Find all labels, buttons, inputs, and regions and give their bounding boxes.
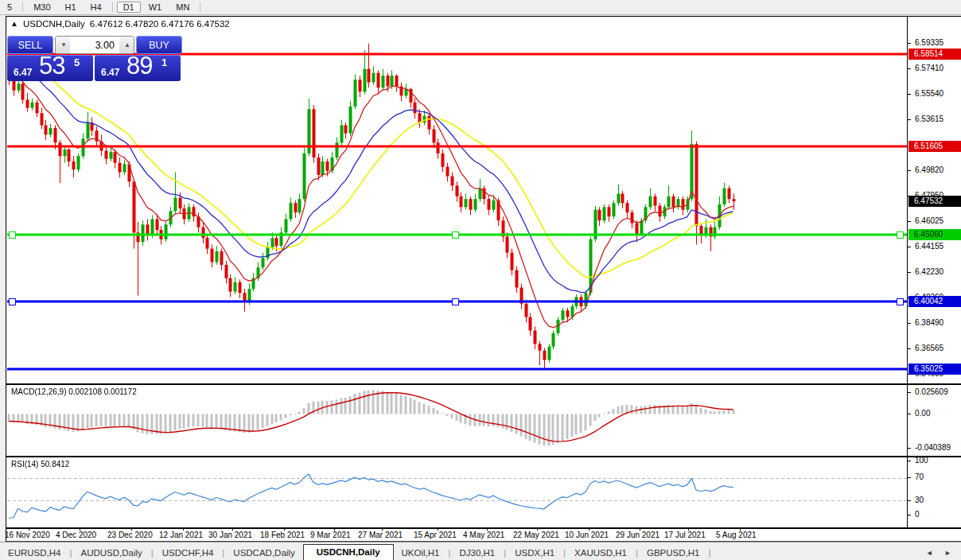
tab-separator: | [707, 548, 711, 560]
buy-price-box[interactable]: 6.47 89 1 [95, 55, 181, 81]
date-label: 29 Jun 2021 [616, 531, 659, 539]
period-button-h1[interactable]: H1 [59, 2, 83, 13]
date-label: 22 May 2021 [513, 531, 559, 539]
sell-price-box[interactable]: 6.47 53 5 [7, 55, 93, 81]
date-label: 18 Feb 2021 [260, 531, 305, 539]
period-button-d1[interactable]: D1 [117, 2, 141, 13]
indicator-tick-mark [908, 448, 911, 449]
rsi-label-row: RSI(14) 50.8412 [11, 460, 69, 469]
date-label: 16 Nov 2020 [5, 531, 50, 539]
price-level-badge: 6.40042 [908, 296, 961, 307]
date-label: 9 Mar 2021 [310, 531, 351, 539]
chart-tab-xauusd[interactable]: XAUUSD,H1 [566, 546, 635, 560]
chart-tab-usdchf[interactable]: USDCHF,H4 [154, 546, 222, 560]
price-axis[interactable]: 6.593356.574106.555406.536156.498206.479… [907, 17, 961, 528]
period-button-mn[interactable]: MN [169, 2, 196, 13]
price-level-badge: 6.35025 [908, 364, 961, 375]
volume-input[interactable] [70, 37, 119, 53]
date-label: 5 Aug 2021 [716, 531, 757, 539]
indicator-tick-mark [908, 515, 911, 515]
rsi-canvas[interactable] [7, 459, 907, 527]
chart-tab-bar: EURUSD,H4|AUDUSD,Daily|USDCHF,H4|USDCAD,… [0, 542, 961, 560]
toolbar-separator [22, 2, 23, 12]
price-tick-label: 6.55540 [915, 89, 943, 98]
indicator-tick-mark [908, 500, 911, 501]
tab-scroll-arrows[interactable]: ◄ ► [926, 549, 956, 557]
chart-tab-eurusd[interactable]: EURUSD,H4 [0, 546, 68, 560]
price-tick-mark [908, 272, 911, 273]
indicator-tick-label: 0 [915, 510, 920, 519]
price-tick-mark [908, 348, 911, 349]
price-level-badge: 6.58514 [908, 49, 961, 60]
price-tick-label: 6.59335 [915, 38, 943, 47]
period-button-m30[interactable]: M30 [27, 2, 56, 13]
period-button-5[interactable]: 5 [1, 2, 18, 13]
chart-tab-dj30[interactable]: DJ30,H1 [452, 546, 504, 560]
price-tick-label: 6.36565 [915, 344, 943, 352]
buy-price-big: 89 [126, 52, 152, 80]
macd-label-row: MACD(12,26,9) 0.002108 0.001172 [11, 387, 137, 396]
date-label: 17 Jul 2021 [664, 531, 706, 539]
price-tick-mark [908, 68, 911, 69]
buy-price-sup: 1 [161, 56, 167, 68]
chart-tab-usdx[interactable]: USDX,H1 [507, 546, 562, 560]
macd-canvas[interactable] [7, 386, 907, 456]
chart-window: ▲ USDCNH,Daily 6.47612 6.47820 6.47176 6… [6, 16, 961, 542]
toolbar-separator [200, 2, 200, 12]
price-tick-mark [908, 247, 911, 247]
indicator-tick-mark [908, 477, 911, 478]
price-level-badge: 6.51605 [908, 141, 961, 152]
indicator-tick-label: -0.040389 [915, 443, 951, 452]
rsi-label: RSI(14) [11, 460, 38, 469]
period-button-h4[interactable]: H4 [84, 2, 108, 13]
macd-label: MACD(12,26,9) [11, 387, 66, 396]
price-tick-label: 6.44155 [915, 242, 943, 251]
sell-price-big: 53 [39, 52, 64, 80]
chart-tab-usdcnh[interactable]: USDCNH,Daily [303, 544, 394, 560]
date-label: 30 Jan 2021 [208, 531, 252, 539]
indicator-tick-label: 0.025609 [915, 387, 948, 396]
period-button-w1[interactable]: W1 [142, 2, 169, 13]
chart-ohlc-values: 6.47612 6.47820 6.47176 6.47532 [90, 19, 230, 29]
date-label: 4 May 2021 [463, 531, 504, 539]
chart-tab-ukoil[interactable]: UKOil,H1 [394, 546, 448, 560]
main-macd-separator[interactable] [6, 383, 961, 385]
date-axis[interactable]: 16 Nov 20204 Dec 202023 Dec 202012 Jan 2… [6, 528, 961, 541]
indicator-tick-mark [908, 414, 911, 414]
chart-tab-usdcad[interactable]: USDCAD,Daily [225, 546, 302, 560]
date-label: 15 Apr 2021 [414, 531, 457, 539]
price-level-badge: 6.45060 [908, 229, 961, 240]
price-tick-label: 6.53615 [915, 115, 943, 123]
sell-price-sup: 5 [74, 56, 80, 68]
price-tick-mark [908, 119, 911, 120]
price-tick-label: 6.49820 [915, 165, 943, 174]
price-tick-label: 6.46025 [915, 216, 943, 225]
price-tick-mark [908, 323, 911, 324]
chart-title: USDCNH,Daily [23, 19, 85, 29]
chart-tab-audusd[interactable]: AUDUSD,Daily [72, 546, 150, 560]
price-tick-mark [908, 170, 911, 171]
chart-symbol-icon: ▲ [10, 20, 18, 28]
rsi-dates-separator [6, 527, 961, 529]
date-label: 12 Jan 2021 [159, 531, 203, 539]
indicator-tick-label: 30 [915, 496, 924, 504]
price-level-badge: 6.47532 [908, 196, 961, 207]
indicator-tick-label: 0.00 [915, 409, 930, 418]
macd-values: 0.002108 0.001172 [68, 387, 136, 396]
date-label: 4 Dec 2020 [56, 531, 96, 539]
price-tick-label: 6.38490 [915, 318, 943, 327]
one-click-trading-panel: SELL ▼ ▲ BUY 6.47 53 5 6.47 89 1 [7, 36, 182, 81]
sell-price-base: 6.47 [14, 67, 32, 78]
date-label: 23 Dec 2020 [107, 531, 153, 539]
volume-increase-button[interactable]: ▲ [119, 37, 134, 53]
volume-decrease-button[interactable]: ▼ [56, 37, 70, 53]
chart-tab-gbpusd[interactable]: GBPUSD,H1 [639, 546, 707, 560]
price-tick-label: 6.42230 [915, 267, 943, 276]
date-label: 27 Mar 2021 [358, 531, 403, 539]
indicator-tick-mark [908, 392, 911, 393]
indicator-tick-label: 70 [915, 472, 924, 481]
date-label: 10 Jun 2021 [565, 531, 609, 539]
price-tick-mark [908, 43, 911, 44]
price-tick-label: 6.57410 [915, 64, 943, 72]
macd-rsi-separator[interactable] [6, 456, 961, 457]
